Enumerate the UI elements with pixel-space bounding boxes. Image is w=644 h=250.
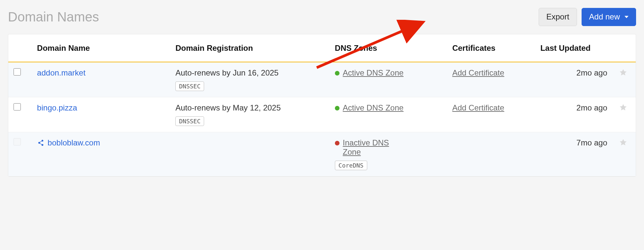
add-new-button[interactable]: Add new [582,8,636,26]
last-updated: 7mo ago [535,132,611,176]
domain-link[interactable]: bingo.pizza [37,103,77,112]
add-certificate-link[interactable]: Add Certificate [452,103,504,112]
star-icon[interactable] [619,68,627,77]
page-title: Domain Names [8,10,99,24]
dns-provider-badge: CoreDNS [335,161,367,170]
col-registration[interactable]: Domain Registration [170,34,330,62]
dns-zone-link[interactable]: Active DNS Zone [343,68,404,78]
dnssec-badge: DNSSEC [175,81,204,91]
dnssec-badge: DNSSEC [175,116,204,126]
domain-link[interactable]: addon.market [37,68,86,78]
share-icon [37,139,44,146]
star-icon[interactable] [619,103,627,112]
domains-table: Domain Name Domain Registration DNS Zone… [8,34,636,177]
col-updated[interactable]: Last Updated [535,34,611,62]
star-icon[interactable] [619,138,627,147]
status-dot-active-icon [335,106,340,110]
add-new-label: Add new [589,12,620,22]
registration-text: Auto-renews by Jun 16, 2025 [175,68,324,78]
status-dot-active-icon [335,71,340,76]
domain-link[interactable]: bobloblaw.com [48,138,100,147]
row-checkbox[interactable] [14,103,21,110]
caret-down-icon [625,16,628,18]
row-checkbox [14,138,21,145]
table-row: addon.marketAuto-renews by Jun 16, 2025D… [8,62,636,97]
col-dns[interactable]: DNS Zones [330,34,447,62]
status-dot-inactive-icon [335,141,340,145]
table-row: bingo.pizzaAuto-renews by May 12, 2025DN… [8,97,636,132]
table-row: bobloblaw.comInactive DNS ZoneCoreDNS7mo… [8,132,636,176]
last-updated: 2mo ago [535,97,611,132]
add-certificate-link[interactable]: Add Certificate [452,68,504,77]
col-domain[interactable]: Domain Name [32,34,170,62]
dns-zone-link[interactable]: Active DNS Zone [343,103,404,112]
row-checkbox[interactable] [14,68,21,76]
dns-zone-link[interactable]: Inactive DNS Zone [343,138,409,157]
export-button[interactable]: Export [539,8,577,26]
col-certs[interactable]: Certificates [447,34,535,62]
last-updated: 2mo ago [535,62,611,97]
registration-text: Auto-renews by May 12, 2025 [175,103,324,112]
